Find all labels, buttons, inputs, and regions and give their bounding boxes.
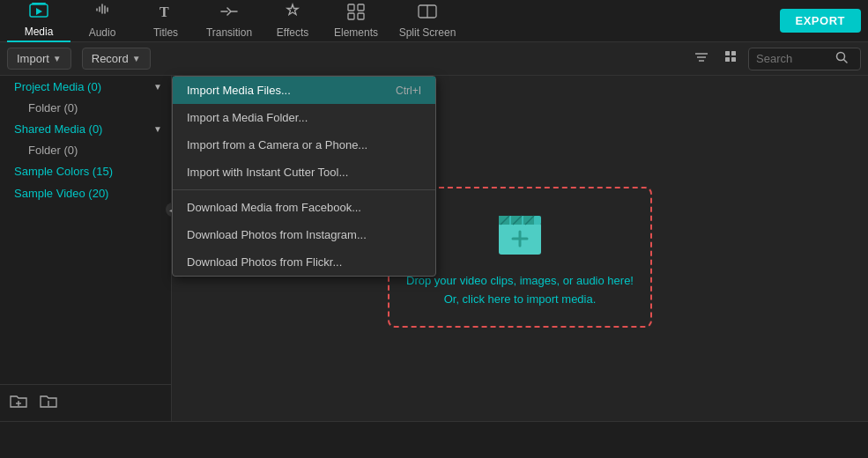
audio-icon [93,3,111,25]
import-media-files-item[interactable]: Import Media Files... Ctrl+I [173,77,435,104]
add-file-button[interactable] [39,392,58,414]
svg-rect-5 [348,13,354,19]
download-flickr-label: Download Photos from Flickr... [187,255,342,269]
import-camera-label: Import from a Camera or a Phone... [187,138,367,151]
search-box [748,48,861,70]
import-cutter-item[interactable]: Import with Instant Cutter Tool... [173,159,435,186]
sidebar-shared-media-label: Shared Media (0) [14,122,102,136]
svg-text:T: T [160,4,169,19]
download-flickr-item[interactable]: Download Photos from Flickr... [173,248,435,276]
sidebar-item-sample-colors[interactable]: Sample Colors (15) [0,160,171,182]
sidebar-project-media-label: Project Media (0) [14,80,101,93]
chevron-down-2-icon: ▼ [153,124,162,134]
media-icon [29,2,48,24]
nav-transition[interactable]: Transition [197,0,261,42]
nav-splitscreen-label: Split Screen [399,26,456,39]
download-facebook-item[interactable]: Download Media from Facebook... [173,194,435,221]
sidebar-item-project-media[interactable]: Project Media (0) ▼ [0,76,171,98]
svg-rect-6 [358,13,364,19]
drop-zone-text: Drop your video clips, images, or audio … [406,272,634,309]
sidebar-folder-1-label: Folder (0) [28,144,78,157]
drop-zone-line1: Drop your video clips, images, or audio … [406,272,634,291]
import-cutter-label: Import with Instant Cutter Tool... [187,166,348,179]
sidebar-folder-0-label: Folder (0) [28,101,78,114]
import-media-folder-item[interactable]: Import a Media Folder... [173,104,435,131]
grid-icon[interactable] [718,49,745,69]
nav-elements-label: Elements [334,26,378,39]
nav-titles[interactable]: T Titles [134,0,197,42]
sidebar-item-folder-1[interactable]: Folder (0) [0,140,171,160]
export-button[interactable]: EXPORT [780,9,861,33]
nav-elements[interactable]: Elements [324,0,388,42]
main-area: Project Media (0) ▼ Folder (0) Shared Me… [0,76,868,421]
svg-rect-15 [731,57,736,62]
nav-audio-label: Audio [89,26,116,39]
import-media-folder-label: Import a Media Folder... [187,111,308,124]
svg-rect-4 [358,4,364,11]
record-label: Record [92,52,129,65]
record-button[interactable]: Record ▼ [82,48,151,70]
import-camera-item[interactable]: Import from a Camera or a Phone... [173,131,435,159]
download-facebook-label: Download Media from Facebook... [187,201,361,214]
svg-rect-1 [32,3,46,4]
sidebar-item-sample-video[interactable]: Sample Video (20) [0,182,171,204]
elements-icon [346,3,366,25]
transition-icon [219,3,239,25]
svg-rect-3 [348,4,354,11]
titles-icon: T [157,3,174,25]
nav-audio[interactable]: Audio [70,0,134,42]
chevron-down-icon: ▼ [153,82,162,92]
svg-rect-13 [731,51,736,55]
import-dropdown-menu: Import Media Files... Ctrl+I Import a Me… [172,76,436,277]
bottom-bar [0,421,868,458]
drop-zone-line2: Or, click here to import media. [406,291,634,309]
import-label: Import [17,52,49,65]
svg-line-17 [844,59,848,63]
clapperboard-icon [492,205,548,262]
add-folder-button[interactable] [9,392,28,414]
sidebar-item-folder-0[interactable]: Folder (0) [0,98,171,118]
toolbar-row: Import ▼ Record ▼ [0,42,868,76]
sidebar-content: Project Media (0) ▼ Folder (0) Shared Me… [0,76,171,384]
nav-effects[interactable]: Effects [261,0,324,42]
record-chevron-icon: ▼ [132,54,141,63]
top-nav: Media Audio T Titles Transition [0,0,868,42]
sidebar-bottom-bar [0,384,171,421]
filter-icon[interactable] [688,49,715,69]
sidebar-sample-video-label: Sample Video (20) [14,187,108,200]
sidebar-sample-colors-label: Sample Colors (15) [14,165,113,178]
sidebar-item-shared-media[interactable]: Shared Media (0) ▼ [0,118,171,140]
splitscreen-icon [418,3,437,25]
svg-rect-14 [725,57,730,62]
download-instagram-item[interactable]: Download Photos from Instagram... [173,221,435,248]
search-icon[interactable] [830,51,853,67]
sidebar: Project Media (0) ▼ Folder (0) Shared Me… [0,76,172,421]
nav-titles-label: Titles [153,26,178,39]
import-media-shortcut: Ctrl+I [396,85,421,97]
content-area: Import Media Files... Ctrl+I Import a Me… [172,76,868,421]
dropdown-divider [173,189,435,190]
nav-transition-label: Transition [206,26,252,39]
nav-effects-label: Effects [277,26,308,39]
nav-media[interactable]: Media [7,0,70,42]
search-input[interactable] [756,52,827,65]
download-instagram-label: Download Photos from Instagram... [187,228,367,241]
nav-media-label: Media [25,26,54,38]
import-chevron-icon: ▼ [53,54,62,63]
nav-splitscreen[interactable]: Split Screen [388,0,467,42]
import-button[interactable]: Import ▼ [7,48,71,70]
svg-rect-12 [725,51,730,55]
import-media-files-label: Import Media Files... [187,84,291,97]
effects-icon [283,3,302,25]
